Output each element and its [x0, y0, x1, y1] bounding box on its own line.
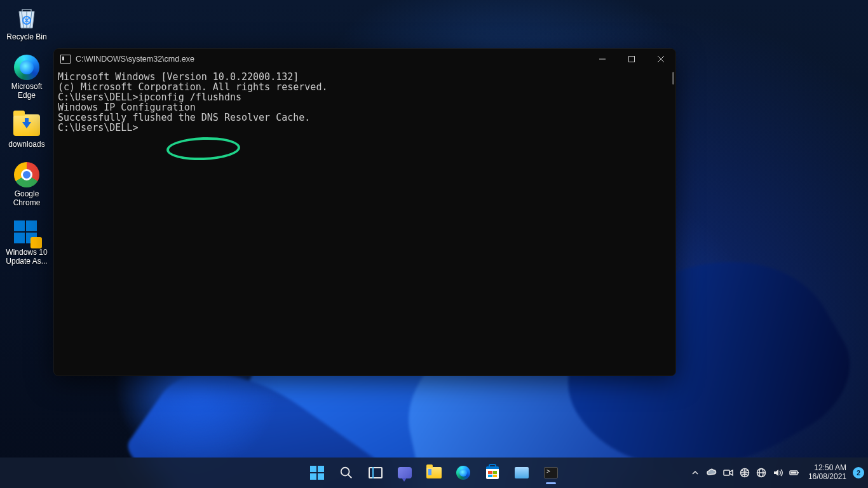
windows-update-icon [13, 219, 41, 247]
chrome-icon [13, 161, 41, 189]
terminal-prompt-line: C:\Users\DELL> [58, 123, 672, 133]
language-tray-icon[interactable] [740, 468, 750, 478]
desktop-icon-windows-update-assistant[interactable]: Windows 10 Update As... [3, 219, 51, 266]
desktop-icon-recycle-bin[interactable]: Recycle Bin [3, 4, 51, 42]
svg-rect-2 [629, 57, 635, 62]
taskbar-app-button[interactable] [509, 460, 534, 485]
terminal-line: Successfully flushed the DNS Resolver Ca… [58, 112, 672, 123]
clock-time: 12:50 AM [808, 464, 846, 473]
app-icon [514, 465, 529, 480]
svg-line-6 [348, 475, 352, 478]
command-prompt-window[interactable]: C:\WINDOWS\system32\cmd.exe Microsoft Wi… [53, 48, 676, 376]
chat-button[interactable] [392, 460, 417, 485]
minimize-button[interactable] [588, 49, 617, 69]
svg-rect-14 [790, 472, 796, 474]
onedrive-tray-icon[interactable] [707, 468, 717, 478]
terminal-line: Microsoft Windows [Version 10.0.22000.13… [58, 72, 672, 82]
command-prompt-taskbar-button[interactable] [538, 460, 564, 485]
desktop-icon-label: Recycle Bin [6, 33, 46, 42]
start-button[interactable] [304, 460, 330, 485]
svg-rect-7 [724, 470, 729, 475]
chat-icon [397, 465, 412, 480]
svg-point-5 [341, 468, 349, 476]
desktop-icons: Recycle Bin Microsoft Edge downloads Goo… [0, 0, 53, 269]
windows-start-icon [309, 465, 325, 480]
file-explorer-button[interactable] [421, 460, 447, 485]
desktop-icon-downloads[interactable]: downloads [3, 111, 51, 149]
titlebar[interactable]: C:\WINDOWS\system32\cmd.exe [54, 49, 675, 69]
store-icon [485, 465, 500, 480]
terminal-prompt-line: C:\Users\DELL>ipconfig /flushdns [58, 92, 672, 102]
desktop-icon-label: downloads [8, 140, 44, 149]
taskbar-clock[interactable]: 12:50 AM 16/08/2021 [808, 464, 846, 482]
terminal-line: (c) Microsoft Corporation. All rights re… [58, 82, 672, 92]
volume-tray-icon[interactable] [773, 468, 783, 478]
edge-button[interactable] [451, 460, 476, 485]
task-view-icon [368, 465, 383, 480]
system-tray: 12:50 AM 16/08/2021 2 [690, 458, 864, 488]
scrollbar-thumb[interactable] [672, 72, 674, 85]
maximize-button[interactable] [617, 49, 646, 69]
edge-icon [13, 53, 41, 81]
search-icon [339, 465, 354, 480]
taskbar-center [304, 458, 564, 488]
close-button[interactable] [646, 49, 675, 69]
tray-overflow-button[interactable] [690, 468, 700, 478]
cmd-titlebar-icon [60, 55, 71, 64]
terminal-output[interactable]: Microsoft Windows [Version 10.0.22000.13… [54, 69, 675, 135]
svg-rect-13 [797, 472, 799, 473]
terminal-line: Windows IP Configuration [58, 102, 672, 112]
taskbar: 12:50 AM 16/08/2021 2 [0, 458, 868, 488]
recycle-bin-icon [13, 4, 41, 32]
clock-date: 16/08/2021 [808, 473, 846, 482]
task-view-button[interactable] [363, 460, 388, 485]
desktop-icon-google-chrome[interactable]: Google Chrome [3, 161, 51, 208]
desktop-icon-label: Microsoft Edge [3, 83, 51, 100]
desktop-icon-label: Google Chrome [3, 190, 51, 208]
desktop-icon-microsoft-edge[interactable]: Microsoft Edge [3, 53, 51, 100]
network-tray-icon[interactable] [756, 468, 766, 478]
cmd-icon [543, 465, 559, 480]
file-explorer-icon [426, 465, 442, 480]
window-title: C:\WINDOWS\system32\cmd.exe [76, 55, 194, 64]
search-button[interactable] [334, 460, 359, 485]
folder-icon [13, 111, 41, 139]
battery-tray-icon[interactable] [789, 468, 799, 478]
microsoft-store-button[interactable] [480, 460, 505, 485]
notification-badge[interactable]: 2 [853, 467, 864, 478]
desktop-icon-label: Windows 10 Update As... [3, 248, 51, 266]
meet-now-tray-icon[interactable] [723, 468, 733, 478]
edge-icon [456, 465, 471, 480]
